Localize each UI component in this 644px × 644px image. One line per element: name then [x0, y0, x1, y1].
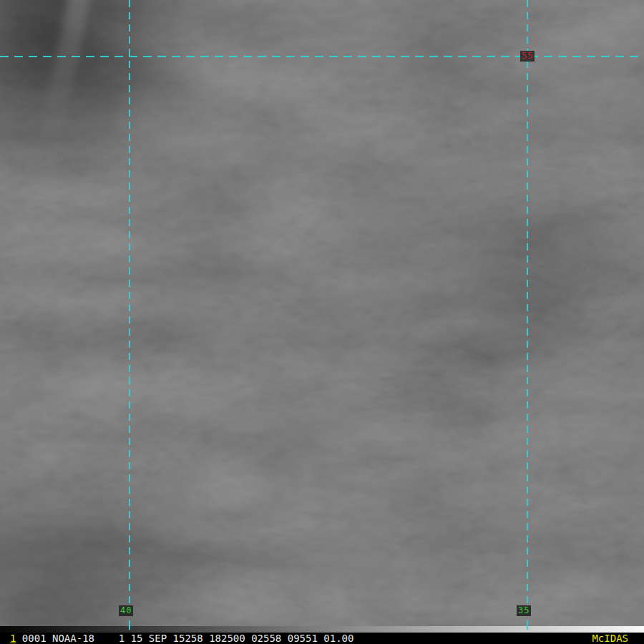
wedge-tick-40 [129, 623, 130, 630]
image-info-text: 0001 NOAA-18 1 15 SEP 15258 182500 02558… [16, 633, 353, 644]
grayscale-calibration-wedge [0, 626, 644, 633]
longitude-line-35 [527, 0, 528, 626]
longitude-label-40: 40 [119, 605, 133, 616]
latitude-label: 55 [520, 51, 535, 62]
status-bar: 1 0001 NOAA-18 1 15 SEP 15258 182500 025… [0, 633, 644, 644]
satellite-image[interactable]: 55 40 35 [0, 0, 644, 626]
noise-layer-fine [0, 0, 644, 626]
mcidas-logo: McIDAS [592, 633, 628, 644]
longitude-label-35: 35 [517, 605, 531, 616]
wedge-tick-35 [527, 623, 528, 630]
longitude-line-40 [129, 0, 130, 626]
mcidas-display-window: 55 40 35 1 0001 NOAA-18 1 15 SEP 15258 1… [0, 0, 644, 644]
satellite-image-texture [0, 0, 644, 626]
latitude-line-55 [0, 56, 644, 57]
